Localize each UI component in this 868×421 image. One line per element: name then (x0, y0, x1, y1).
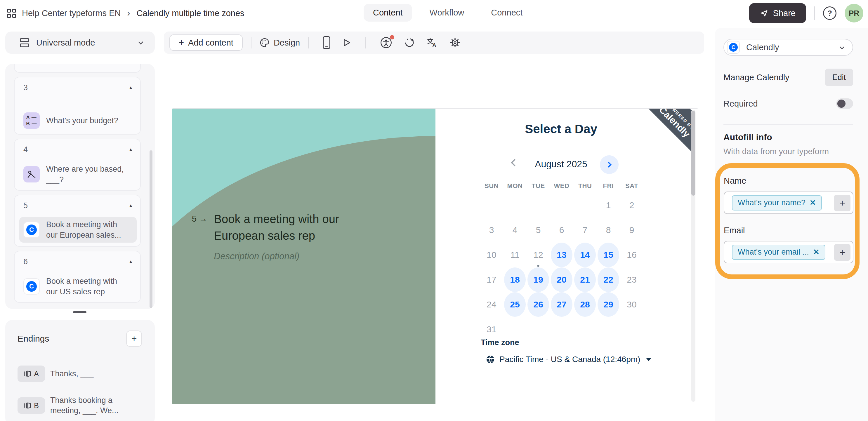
close-icon[interactable]: ✕ (810, 198, 816, 207)
question-card-5[interactable]: 5▲CBook a meeting with our European sale… (14, 195, 141, 247)
add-ending-button[interactable]: + (126, 330, 142, 347)
day-11: 11 (503, 242, 527, 267)
day-number: 18 (504, 267, 526, 292)
preview-button[interactable] (342, 38, 351, 47)
settings-button[interactable] (450, 37, 461, 48)
question-card-body-selected[interactable]: CBook a meeting with our European sales.… (19, 217, 137, 242)
day-25[interactable]: 25 (503, 292, 527, 317)
day-number: 1 (597, 193, 619, 218)
integration-dropdown[interactable]: C Calendly (723, 39, 853, 56)
typeform-editor: Help Center typeforms EN › Calendly mult… (0, 0, 868, 421)
question-card-body[interactable]: A — B —What's your budget? (23, 112, 133, 129)
email-autofill-tag[interactable]: What's your email ... ✕ (732, 245, 825, 260)
question-card-number: 3 (23, 83, 28, 92)
day-4: 4 (503, 218, 527, 242)
question-card-3[interactable]: 3▲A — B —What's your budget? (14, 77, 141, 135)
question-title[interactable]: Book a meeting with our European sales r… (214, 211, 379, 244)
add-name-variable-button[interactable]: + (834, 195, 850, 212)
translate-button[interactable]: A (427, 37, 438, 48)
toolbar-divider (251, 37, 251, 48)
question-card-6[interactable]: 6▲CBook a meeting with our US sales rep (14, 251, 141, 303)
tab-connect[interactable]: Connect (482, 4, 532, 22)
required-toggle[interactable] (836, 98, 853, 109)
day-20[interactable]: 20 (550, 267, 573, 292)
calendar-week-row: 17181920212223 (480, 267, 643, 292)
breadcrumb-form-title[interactable]: Calendly multiple time zones (136, 8, 244, 18)
day-number: 17 (481, 267, 502, 292)
powered-by-ribbon[interactable]: POWERED BY Calendly (619, 108, 693, 178)
topbar-actions: Share ? PR (749, 0, 863, 26)
next-month-button[interactable] (600, 155, 619, 174)
question-card-label: Book a meeting with our US sales rep (46, 276, 117, 297)
day-15[interactable]: 15 (597, 242, 620, 267)
add-email-variable-button[interactable]: + (834, 244, 850, 261)
calendar-week-row: 3456789 (480, 218, 643, 242)
collapse-icon[interactable]: ▲ (128, 85, 133, 91)
day-5: 5 (527, 218, 550, 242)
day-number: 16 (621, 242, 643, 267)
accessibility-button[interactable] (380, 36, 392, 49)
day-8: 8 (597, 218, 620, 242)
day-13[interactable]: 13 (550, 242, 573, 267)
question-description[interactable]: Description (optional) (214, 251, 379, 262)
add-content-button[interactable]: + Add content (169, 34, 243, 51)
loop-icon (404, 37, 415, 48)
avatar[interactable]: PR (845, 4, 863, 23)
form-preview-canvas: 5 → Book a meeting with our European sal… (172, 108, 698, 404)
phone-icon (323, 36, 330, 49)
sidebar-scrollbar[interactable] (150, 150, 152, 308)
name-autofill-tag[interactable]: What's your name? ✕ (732, 195, 822, 210)
breadcrumb-workspace[interactable]: Help Center typeforms EN (22, 8, 121, 18)
question-card-partial[interactable] (14, 64, 141, 73)
day-28[interactable]: 28 (573, 292, 597, 317)
day-26[interactable]: 26 (527, 292, 550, 317)
help-icon[interactable]: ? (823, 6, 836, 20)
edit-button[interactable]: Edit (825, 69, 853, 86)
question-card-body[interactable]: CBook a meeting with our US sales rep (23, 276, 133, 297)
recall-info-button[interactable] (404, 37, 415, 48)
caret-down-icon (646, 358, 651, 361)
share-button[interactable]: Share (749, 3, 806, 23)
calendly-widget: Select a Day August 2025 SUNMONTUEWEDTHU… (435, 108, 698, 404)
collapse-icon[interactable]: ▲ (128, 203, 133, 209)
collapse-icon[interactable]: ▲ (128, 259, 133, 265)
ending-label: Thanks, ___ (50, 369, 94, 379)
workspace-grid-icon[interactable] (7, 9, 16, 18)
question-card-number: 5 (23, 201, 28, 210)
widget-scrollbar[interactable] (691, 111, 695, 196)
choice-glyph: A — B — (26, 115, 37, 127)
calendar-week-row: 24252627282930 (480, 292, 643, 317)
toolbar-divider (308, 37, 309, 48)
panel-drag-handle[interactable] (73, 311, 87, 313)
tab-workflow[interactable]: Workflow (420, 4, 474, 22)
share-label: Share (773, 8, 796, 18)
day-21[interactable]: 21 (573, 267, 597, 292)
close-icon[interactable]: ✕ (813, 248, 819, 257)
question-card-label: What's your budget? (46, 115, 118, 126)
email-field[interactable]: What's your email ... ✕ + (724, 241, 854, 263)
day-18[interactable]: 18 (503, 267, 527, 292)
tab-content[interactable]: Content (364, 4, 412, 22)
day-19[interactable]: 19 (527, 267, 550, 292)
timezone-selector[interactable]: Pacific Time - US & Canada (12:46pm) (486, 355, 651, 364)
mode-selector[interactable]: Universal mode (5, 32, 155, 54)
name-field[interactable]: What's your name? ✕ + (724, 192, 854, 214)
endings-title: Endings (18, 334, 49, 344)
day-number: 14 (574, 242, 596, 267)
day-29[interactable]: 29 (597, 292, 620, 317)
ending-item-b[interactable]: BThanks booking a meeting, ___. We... (18, 395, 142, 416)
mode-label: Universal mode (36, 38, 95, 47)
day-14[interactable]: 14 (573, 242, 597, 267)
question-card-body[interactable]: Where are you based, ___? (23, 164, 133, 185)
canvas-toolbar: + Add content Design A (164, 32, 704, 54)
name-label: Name (724, 176, 746, 186)
question-card-4[interactable]: 4▲Where are you based, ___? (14, 139, 141, 191)
question-card-label: Book a meeting with our European sales..… (46, 219, 121, 240)
ending-item-a[interactable]: AThanks, ___ (18, 365, 142, 382)
day-22[interactable]: 22 (597, 267, 620, 292)
design-button[interactable]: Design (260, 38, 300, 47)
manage-calendly-label: Manage Calendly (723, 73, 789, 82)
mobile-preview-button[interactable] (323, 36, 330, 49)
day-27[interactable]: 27 (550, 292, 573, 317)
collapse-icon[interactable]: ▲ (128, 147, 133, 153)
